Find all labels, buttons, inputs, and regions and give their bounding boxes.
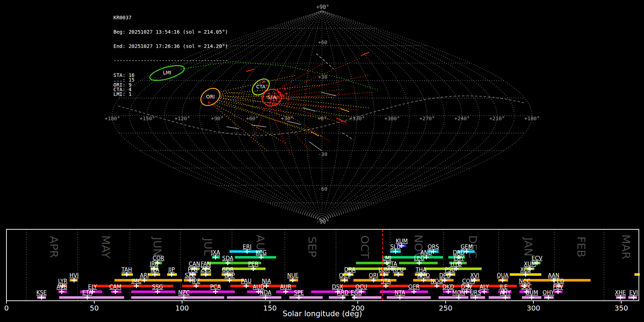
lon-label: +210° — [489, 116, 505, 121]
shower-label: ORI — [369, 272, 379, 279]
shower-label: TAH — [121, 267, 132, 273]
month-label: APR — [48, 236, 60, 258]
shower-label: IPE — [192, 278, 200, 284]
meteor-trail — [226, 92, 369, 108]
meteor-trail — [219, 101, 328, 119]
shower-bar-mon — [439, 296, 468, 299]
lon-label: +270° — [419, 116, 435, 121]
month-label: SEP — [306, 236, 319, 257]
radiant-label: CTA — [256, 84, 266, 89]
shower-bar-and — [384, 256, 443, 259]
lat-label: +30 — [318, 74, 327, 80]
timeline-content: APRMAYJUNJULAUGSEPOCTNOVDECJANFEBMARKUME… — [4, 229, 640, 312]
tick-label: 150 — [263, 304, 277, 312]
shower-label: QUA — [497, 272, 509, 279]
month-label: MAY — [99, 235, 112, 259]
shower-label: PCA — [210, 284, 221, 290]
shower-label: PER — [248, 261, 258, 267]
shower-label: NUE — [287, 272, 299, 279]
meteor-trail — [361, 52, 369, 56]
shower-label: ERI — [243, 244, 252, 250]
shower-label: GUM — [525, 289, 538, 296]
shower-label: URS — [470, 289, 481, 296]
meteor-trail — [303, 108, 316, 111]
shower-label: CAP — [224, 272, 235, 279]
shower-label: MON — [452, 289, 465, 296]
meteor-trail — [279, 89, 342, 97]
shower-label: PAU — [241, 278, 252, 284]
shower-bar-nzc — [131, 296, 224, 299]
month-label: JAN — [522, 237, 535, 257]
shower-label: ARD — [337, 289, 348, 296]
meteor-trail — [342, 133, 353, 140]
meteor-plus — [285, 92, 288, 95]
shower-label: XCB — [520, 267, 531, 273]
shower-label: EGE — [351, 289, 362, 296]
activity-timeline: APRMAYJUNJULAUGSEPOCTNOVDECJANFEBMARKUME… — [0, 229, 644, 322]
shower-label: LEO — [414, 255, 425, 262]
pole-top-label: +90° — [316, 4, 329, 10]
shower-bar-sta — [339, 285, 409, 287]
shower-bar-kcg — [235, 256, 276, 259]
shower-bar-ssg — [131, 291, 175, 293]
end-time-line: End: 20251027 17:26:36 (sol = 214.20°) — [113, 44, 228, 49]
meteor-trail — [276, 101, 357, 110]
tick-label: 250 — [439, 304, 452, 312]
meteor-plus — [280, 97, 283, 99]
meteor-trail — [267, 104, 291, 155]
meteor-plus — [271, 103, 274, 106]
shower-bar-cap — [198, 279, 244, 282]
meteor-plus — [269, 101, 272, 104]
shower-bar-nda — [227, 296, 281, 299]
lon-label: +60° — [246, 116, 259, 121]
lon-label: +300° — [384, 116, 400, 121]
lon-label: +150° — [140, 116, 155, 121]
station-id: KR0037 — [113, 15, 228, 20]
shower-label: KCG — [255, 249, 267, 256]
shower-label: HVI — [69, 272, 79, 279]
tick-label: 300 — [527, 304, 540, 312]
shower-label: RPU — [393, 267, 404, 273]
shower-label: ALY — [480, 284, 489, 290]
tick-label: 100 — [175, 304, 189, 312]
shower-label: JIP — [168, 267, 175, 273]
lon-label: +0° — [317, 116, 327, 121]
lon-label: +240° — [454, 116, 470, 121]
lat-label: +60 — [318, 39, 327, 45]
shower-label: AVB — [57, 284, 67, 290]
meteor-trail — [316, 54, 333, 69]
shower-label: IEA — [151, 267, 160, 273]
separator-line: -------------------------------------- — [113, 58, 228, 63]
shower-label: ETA — [82, 289, 92, 296]
x-axis-title: Solar longitude (deg) — [283, 309, 362, 318]
lon-label: +120° — [175, 116, 190, 121]
meteor-radiant-report: KR0037 Beg: 20251027 13:54:16 (sol = 214… — [0, 0, 644, 322]
lat-label: -60 — [318, 186, 327, 192]
shower-label: LUM — [379, 267, 390, 273]
shower-label: NDA — [260, 289, 272, 296]
meteor-trail — [321, 92, 336, 96]
meteor-plus — [265, 84, 268, 87]
lon-label: +330° — [349, 116, 365, 121]
lon-label: +90° — [211, 116, 224, 121]
shower-bar-spe — [289, 296, 323, 299]
lon-label: +30° — [281, 116, 293, 121]
shower-label: JMC — [131, 278, 141, 284]
shower-bar-ari — [114, 279, 182, 282]
shower-bar-ege — [352, 296, 381, 299]
shower-label: OCT — [339, 272, 350, 279]
shower-label: KSE — [36, 289, 47, 296]
shower-label: EVI — [629, 289, 638, 296]
shower-label: AHY — [500, 289, 511, 296]
shower-label: SPE — [294, 289, 304, 296]
month-label: JUN — [151, 236, 164, 257]
shower-label: FEV — [553, 284, 564, 290]
meteor-trail — [226, 127, 239, 129]
shower-label: NZC — [178, 289, 190, 296]
shower-label: AMO — [418, 272, 430, 279]
shower-label: OER — [408, 284, 420, 290]
meteor-trail — [311, 132, 318, 136]
month-label: OCT — [358, 235, 371, 259]
meteor-trail — [269, 105, 311, 152]
begin-time-line: Beg: 20251027 13:54:16 (sol = 214.05°) — [113, 30, 228, 34]
